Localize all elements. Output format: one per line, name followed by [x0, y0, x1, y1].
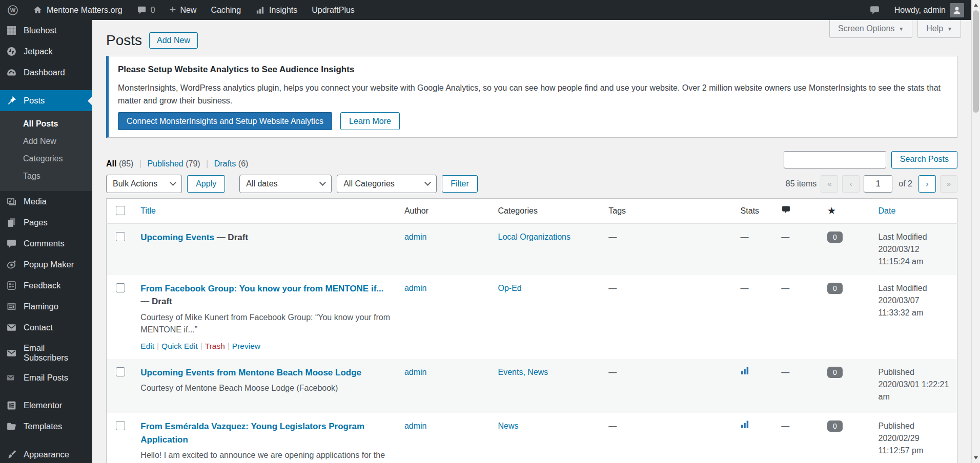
next-page-button[interactable]: ›: [918, 175, 936, 193]
last-page-button[interactable]: »: [940, 175, 957, 193]
submenu-all-posts[interactable]: All Posts: [0, 115, 92, 133]
sidebar-item-contact[interactable]: Contact: [0, 317, 92, 338]
category-link[interactable]: Op-Ed: [498, 284, 522, 292]
insights-menu[interactable]: Insights: [248, 0, 304, 20]
post-title-link[interactable]: From Esméralda Vazquez: Young Legislator…: [140, 422, 364, 445]
jetpack-icon: [6, 46, 17, 57]
sidebar-item-posts[interactable]: Posts: [0, 90, 92, 111]
admin-bar-notes[interactable]: [862, 0, 887, 20]
view-separator: |: [206, 159, 208, 168]
site-name-menu[interactable]: Mentone Matters.org: [26, 0, 130, 20]
sidebar-item-email-subscribers[interactable]: Email Subscribers: [0, 338, 92, 368]
sidebar-item-jetpack[interactable]: Jetpack: [0, 41, 92, 62]
bulk-actions-select[interactable]: Bulk Actions: [106, 175, 182, 193]
apply-button[interactable]: Apply: [187, 175, 225, 193]
scroll-down-arrow[interactable]: [974, 456, 978, 459]
new-content-menu[interactable]: + New: [162, 0, 204, 20]
edit-link[interactable]: Edit: [140, 342, 154, 350]
caching-menu[interactable]: Caching: [203, 0, 248, 20]
view-drafts-link[interactable]: Drafts: [214, 159, 236, 168]
dates-filter-select[interactable]: All dates: [239, 175, 332, 193]
author-link[interactable]: admin: [404, 368, 427, 376]
first-page-button[interactable]: «: [821, 175, 838, 193]
howdy-account-menu[interactable]: Howdy, admin: [887, 0, 971, 20]
sidebar-item-media[interactable]: Media: [0, 191, 92, 212]
likes-badge: 0: [827, 420, 843, 432]
admin-bar-comments[interactable]: 0: [130, 0, 162, 20]
vertical-scrollbar[interactable]: [971, 0, 980, 463]
categories-filter-select[interactable]: All Categories: [337, 175, 437, 193]
updraftplus-menu[interactable]: UpdraftPlus: [304, 0, 362, 20]
scroll-up-arrow[interactable]: [974, 4, 978, 7]
stats-icon[interactable]: [741, 420, 749, 432]
row-checkbox[interactable]: [116, 367, 125, 376]
elementor-icon: [6, 400, 17, 411]
sidebar-item-flamingo[interactable]: Flamingo: [0, 296, 92, 317]
view-all-link[interactable]: All: [106, 159, 116, 168]
post-title-link[interactable]: Upcoming Events: [140, 233, 214, 242]
sidebar-label: Contact: [24, 323, 53, 332]
search-posts-button[interactable]: Search Posts: [891, 151, 957, 169]
sidebar-label: Jetpack: [24, 47, 53, 56]
submenu-add-new[interactable]: Add New: [0, 133, 92, 150]
table-header-row: Title Author Categories Tags Stats ★ Dat…: [107, 198, 957, 223]
author-link[interactable]: admin: [404, 284, 427, 292]
column-header-likes: ★: [821, 198, 872, 223]
sidebar-item-feedback[interactable]: Feedback: [0, 275, 92, 296]
updraft-label: UpdraftPlus: [312, 6, 355, 15]
sidebar-item-popup-maker[interactable]: Popup Maker: [0, 254, 92, 275]
select-all-checkbox[interactable]: [116, 206, 125, 215]
pages-icon: [6, 217, 17, 228]
sidebar-label: Email Posts: [24, 373, 68, 383]
sidebar-item-comments[interactable]: Comments: [0, 233, 92, 254]
category-link[interactable]: Events, News: [498, 368, 548, 376]
speech-bubble-icon: [869, 5, 880, 15]
prev-page-button[interactable]: ‹: [842, 175, 860, 193]
notice-body: MonsterInsights, WordPress analytics plu…: [118, 82, 948, 108]
caching-label: Caching: [211, 6, 241, 15]
sidebar-item-appearance[interactable]: Appearance: [0, 444, 92, 463]
current-page-input[interactable]: [864, 175, 892, 193]
trash-link[interactable]: Trash: [205, 342, 225, 350]
sidebar-item-email-posts[interactable]: Email Posts: [0, 368, 92, 388]
author-link[interactable]: admin: [404, 233, 427, 241]
sidebar-item-elementor[interactable]: Elementor: [0, 395, 92, 416]
column-header-title[interactable]: Title: [134, 198, 398, 223]
row-checkbox[interactable]: [116, 421, 125, 430]
brush-icon: [6, 449, 17, 460]
quick-edit-link[interactable]: Quick Edit: [161, 342, 198, 350]
add-new-button[interactable]: Add New: [149, 32, 198, 49]
post-title-link[interactable]: From Facebook Group: You know your from …: [140, 284, 383, 293]
home-icon: [33, 5, 43, 15]
wordpress-logo-menu[interactable]: W: [0, 0, 26, 20]
sidebar-label: Appearance: [24, 450, 69, 459]
preview-link[interactable]: Preview: [232, 342, 260, 350]
column-header-author: Author: [398, 198, 492, 223]
sidebar-item-bluehost[interactable]: Bluehost: [0, 20, 92, 41]
scrollbar-thumb[interactable]: [973, 10, 979, 113]
likes-badge: 0: [827, 283, 843, 294]
category-link[interactable]: News: [498, 422, 519, 430]
search-input[interactable]: [784, 151, 886, 169]
screen-options-tab[interactable]: Screen Options ▼: [829, 20, 912, 38]
row-checkbox[interactable]: [116, 232, 125, 241]
submenu-categories[interactable]: Categories: [0, 150, 92, 167]
filter-button[interactable]: Filter: [442, 175, 478, 193]
category-link[interactable]: Local Organizations: [498, 233, 570, 241]
connect-monsterinsights-button[interactable]: Connect MonsterInsights and Setup Websit…: [118, 112, 332, 130]
learn-more-button[interactable]: Learn More: [340, 112, 400, 130]
row-checkbox[interactable]: [116, 283, 125, 292]
feedback-icon: [6, 280, 17, 291]
post-title-link[interactable]: Upcoming Events from Mentone Beach Moose…: [140, 368, 361, 377]
author-link[interactable]: admin: [404, 422, 427, 430]
submenu-tags[interactable]: Tags: [0, 167, 92, 185]
stats-icon[interactable]: [741, 366, 749, 378]
sidebar-item-pages[interactable]: Pages: [0, 212, 92, 233]
post-excerpt: Courtesy of Mentone Beach Moose Lodge (F…: [140, 382, 392, 394]
view-published-link[interactable]: Published: [147, 159, 183, 168]
column-header-date[interactable]: Date: [872, 198, 957, 223]
sidebar-item-templates[interactable]: Templates: [0, 416, 92, 437]
help-tab[interactable]: Help ▼: [917, 20, 961, 38]
sidebar-item-dashboard[interactable]: Dashboard: [0, 62, 92, 83]
screen-meta-links: Screen Options ▼ Help ▼: [824, 20, 961, 38]
